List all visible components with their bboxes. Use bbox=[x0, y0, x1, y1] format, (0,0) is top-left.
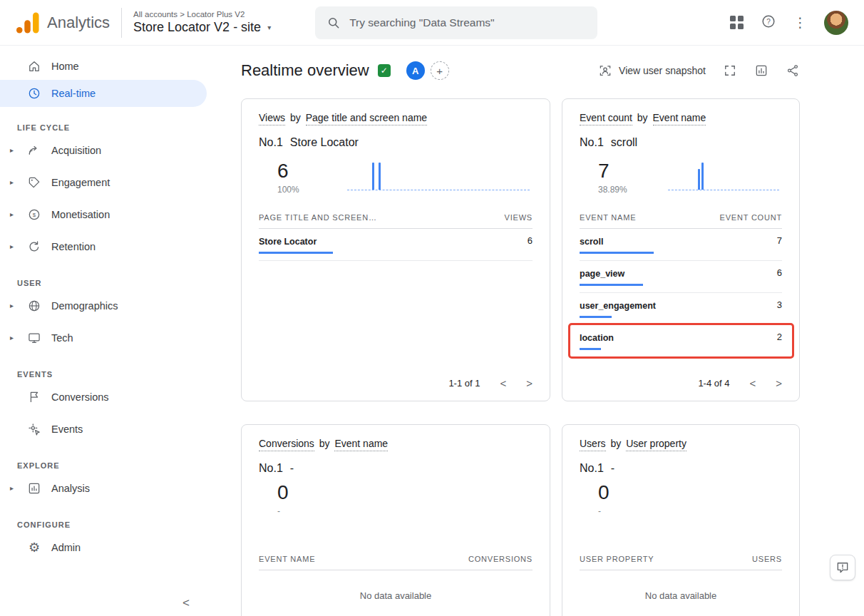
pagination-label: 1-1 of 1 bbox=[448, 378, 480, 389]
customize-report-icon[interactable] bbox=[754, 63, 768, 78]
view-user-snapshot-button[interactable]: View user snapshot bbox=[598, 63, 706, 78]
sidebar-item-retention[interactable]: ▸ Retention bbox=[0, 230, 207, 262]
metric-block: 6 100% bbox=[259, 156, 533, 195]
sidebar-item-label: Engagement bbox=[51, 177, 110, 188]
page-title-row: Realtime overview ✓ A + View user snapsh… bbox=[241, 61, 800, 80]
comparison-chip[interactable]: A bbox=[406, 61, 425, 80]
dimension-selector-link[interactable]: Event name bbox=[653, 112, 706, 125]
sidebar-item-demographics[interactable]: ▸ Demographics bbox=[0, 289, 207, 322]
card-title: Views by Page title and screen name bbox=[259, 112, 533, 123]
metric-percent: - bbox=[277, 506, 323, 516]
expand-arrow-icon[interactable]: ▸ bbox=[10, 210, 27, 218]
breadcrumb[interactable]: All accounts > Locator Plus V2 bbox=[133, 10, 271, 19]
feedback-button[interactable] bbox=[830, 555, 855, 580]
dimension-selector-link[interactable]: User property bbox=[626, 438, 686, 451]
sidebar-item-acquisition[interactable]: ▸ Acquisition bbox=[0, 134, 207, 166]
row-value: 2 bbox=[777, 332, 782, 342]
card-conversions: Conversions by Event name No.1 - 0 - bbox=[241, 424, 550, 616]
card-views-by-page: Views by Page title and screen name No.1… bbox=[241, 98, 550, 401]
header-actions: ? ⋮ bbox=[730, 11, 853, 35]
expand-arrow-icon[interactable]: ▸ bbox=[10, 178, 27, 186]
metric-selector-link[interactable]: Conversions bbox=[259, 438, 314, 451]
add-comparison-button[interactable]: + bbox=[431, 61, 449, 80]
column-header-metric: VIEWS bbox=[505, 213, 533, 222]
pagination: 1-1 of 1 < > bbox=[448, 377, 533, 389]
column-header-metric: EVENT COUNT bbox=[720, 213, 782, 222]
analysis-chart-icon bbox=[27, 481, 41, 496]
pagination-label: 1-4 of 4 bbox=[698, 378, 729, 389]
flag-icon bbox=[27, 390, 41, 404]
sidebar-item-label: Retention bbox=[51, 241, 96, 252]
metric-selector-link[interactable]: Event count bbox=[580, 112, 632, 125]
expand-arrow-icon[interactable]: ▸ bbox=[10, 484, 27, 492]
page-prev-button[interactable]: < bbox=[749, 377, 756, 389]
metric-percent: - bbox=[598, 506, 644, 516]
data-table: USER PROPERTY USERS No data available bbox=[580, 548, 782, 601]
sidebar-item-label: Tech bbox=[51, 332, 73, 344]
apps-grid-icon[interactable] bbox=[730, 16, 744, 29]
title-by-text: by bbox=[319, 438, 330, 449]
help-icon[interactable]: ? bbox=[761, 14, 776, 32]
monetisation-icon: $ bbox=[27, 207, 41, 222]
sidebar-item-conversions[interactable]: Conversions bbox=[0, 381, 207, 413]
sidebar-item-engagement[interactable]: ▸ Engagement bbox=[0, 166, 207, 198]
sidebar-item-analysis[interactable]: ▸ Analysis bbox=[0, 472, 207, 504]
pagination: 1-4 of 4 < > bbox=[698, 377, 782, 389]
table-row-highlighted[interactable]: location 2 bbox=[580, 325, 782, 357]
top-item: No.1 - bbox=[580, 462, 782, 475]
sidebar-item-realtime[interactable]: Real-time bbox=[0, 80, 207, 107]
more-options-icon[interactable]: ⋮ bbox=[793, 14, 807, 31]
search-bar[interactable] bbox=[315, 6, 597, 39]
acquisition-icon bbox=[27, 143, 41, 158]
sidebar-item-label: Analysis bbox=[51, 483, 90, 494]
sidebar-item-monetisation[interactable]: ▸ $ Monetisation bbox=[0, 198, 207, 230]
card-users-by-property: Users by User property No.1 - 0 - USE bbox=[562, 424, 800, 616]
card-event-count: Event count by Event name No.1 scroll 7 … bbox=[562, 98, 800, 401]
dimension-selector-link[interactable]: Page title and screen name bbox=[306, 112, 427, 125]
sidebar-section-events: EVENTS bbox=[0, 368, 214, 381]
metric-selector-link[interactable]: Users bbox=[580, 438, 606, 451]
clock-icon bbox=[27, 86, 41, 101]
no-data-message: No data available bbox=[259, 590, 533, 601]
row-value: 6 bbox=[777, 267, 782, 278]
sidebar-item-admin[interactable]: ⚙ Admin bbox=[0, 531, 207, 563]
chevron-down-icon: ▾ bbox=[267, 24, 271, 31]
sidebar-item-label: Monetisation bbox=[51, 209, 110, 220]
table-header: EVENT NAME EVENT COUNT bbox=[580, 206, 782, 229]
page-next-button[interactable]: > bbox=[526, 377, 533, 389]
expand-arrow-icon[interactable]: ▸ bbox=[10, 146, 27, 154]
fullscreen-icon[interactable] bbox=[723, 63, 737, 78]
expand-arrow-icon[interactable]: ▸ bbox=[10, 334, 27, 342]
page-prev-button[interactable]: < bbox=[500, 377, 506, 389]
page-next-button[interactable]: > bbox=[776, 377, 782, 389]
metric-selector-link[interactable]: Views bbox=[259, 112, 285, 125]
search-input[interactable] bbox=[349, 16, 586, 29]
expand-arrow-icon[interactable]: ▸ bbox=[10, 242, 27, 250]
dimension-selector-link[interactable]: Event name bbox=[334, 438, 388, 451]
no-data-message: No data available bbox=[580, 590, 782, 601]
sidebar-item-events[interactable]: Events bbox=[0, 413, 207, 445]
row-label: location bbox=[580, 333, 614, 343]
row-label: user_engagement bbox=[580, 301, 656, 311]
table-row[interactable]: user_engagement 3 bbox=[580, 293, 782, 325]
sidebar-item-home[interactable]: Home bbox=[0, 53, 207, 80]
main-content: Realtime overview ✓ A + View user snapsh… bbox=[214, 46, 864, 616]
data-status-check-icon[interactable]: ✓ bbox=[378, 64, 391, 77]
sidebar-collapse-button[interactable]: < bbox=[182, 596, 190, 610]
top-item: No.1 scroll bbox=[580, 136, 782, 149]
table-row[interactable]: page_view 6 bbox=[580, 261, 782, 293]
property-selector[interactable]: Store Locator V2 - site ▾ bbox=[133, 20, 271, 35]
top-item: No.1 - bbox=[259, 462, 533, 475]
search-icon bbox=[326, 16, 341, 30]
table-row[interactable]: scroll 7 bbox=[580, 229, 782, 261]
sidebar-section-configure: CONFIGURE bbox=[0, 518, 214, 531]
share-icon[interactable] bbox=[786, 63, 800, 78]
table-row[interactable]: Store Locator 6 bbox=[259, 229, 533, 261]
column-header-dimension: USER PROPERTY bbox=[580, 555, 654, 563]
expand-arrow-icon[interactable]: ▸ bbox=[10, 302, 27, 309]
sidebar-item-tech[interactable]: ▸ Tech bbox=[0, 322, 207, 354]
column-header-dimension: EVENT NAME bbox=[259, 555, 315, 563]
avatar[interactable] bbox=[824, 11, 848, 35]
analytics-logo-icon[interactable] bbox=[16, 11, 40, 34]
row-bar-chart bbox=[259, 252, 333, 254]
